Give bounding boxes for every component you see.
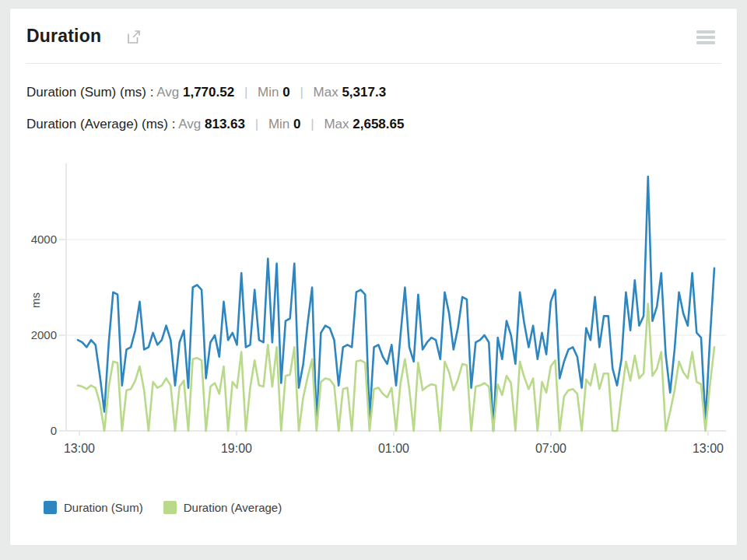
x-tick-label: 13:00 xyxy=(64,442,95,455)
header-divider xyxy=(26,63,721,64)
stats-row-average: Duration (Average) (ms) : Avg 813.63 | M… xyxy=(26,117,404,135)
x-tick-label: 01:00 xyxy=(378,442,409,455)
hamburger-menu-icon[interactable] xyxy=(696,30,715,47)
sum-avg-label: Avg xyxy=(156,85,179,100)
legend-item-sum[interactable]: Duration (Sum) xyxy=(44,501,143,514)
avg-avg-label: Avg xyxy=(178,117,201,131)
x-tick-label: 19:00 xyxy=(221,442,252,455)
sum-metric-label: Duration (Sum) (ms) : xyxy=(26,85,153,100)
x-tick-label: 07:00 xyxy=(535,442,566,455)
series-line-sum xyxy=(78,177,714,431)
sum-avg-value: 1,770.52 xyxy=(183,85,234,100)
y-tick-label: 0 xyxy=(51,424,57,437)
avg-max-value: 2,658.65 xyxy=(352,117,404,131)
page-background: { "header": { "title": "Duration" }, "ic… xyxy=(0,0,747,560)
external-link-icon[interactable] xyxy=(125,29,142,48)
duration-widget-card: Duration Duration (Sum) (ms) : Avg 1,770… xyxy=(9,8,738,546)
y-axis-title: ms xyxy=(29,292,42,308)
avg-metric-label: Duration (Average) (ms) : xyxy=(26,117,175,131)
avg-max-label: Max xyxy=(324,117,349,131)
y-tick-label: 2000 xyxy=(31,328,57,341)
separator: | xyxy=(293,85,309,100)
y-tick-label: 4000 xyxy=(31,233,57,246)
separator: | xyxy=(304,117,320,131)
sum-max-value: 5,317.3 xyxy=(342,85,386,100)
page-title: Duration xyxy=(26,26,101,47)
legend-label-average: Duration (Average) xyxy=(184,501,282,514)
stats-summary: Duration (Sum) (ms) : Avg 1,770.52 | Min… xyxy=(26,85,404,149)
avg-avg-value: 813.63 xyxy=(205,117,245,131)
sum-series-swatch xyxy=(44,501,57,514)
separator: | xyxy=(238,85,254,100)
x-tick-label: 13:00 xyxy=(693,442,724,455)
legend-item-average[interactable]: Duration (Average) xyxy=(163,501,282,514)
separator: | xyxy=(249,117,265,131)
legend-label-sum: Duration (Sum) xyxy=(64,501,143,514)
sum-min-value: 0 xyxy=(282,85,289,100)
avg-min-value: 0 xyxy=(293,117,300,131)
average-series-swatch xyxy=(163,501,177,514)
duration-line-chart: 02000400013:0019:0001:0007:0013:00ms xyxy=(10,152,738,473)
sum-min-label: Min xyxy=(258,85,279,100)
stats-row-sum: Duration (Sum) (ms) : Avg 1,770.52 | Min… xyxy=(26,85,404,103)
sum-max-label: Max xyxy=(314,85,338,100)
chart-legend: Duration (Sum) Duration (Average) xyxy=(44,501,282,514)
avg-min-label: Min xyxy=(268,117,289,131)
